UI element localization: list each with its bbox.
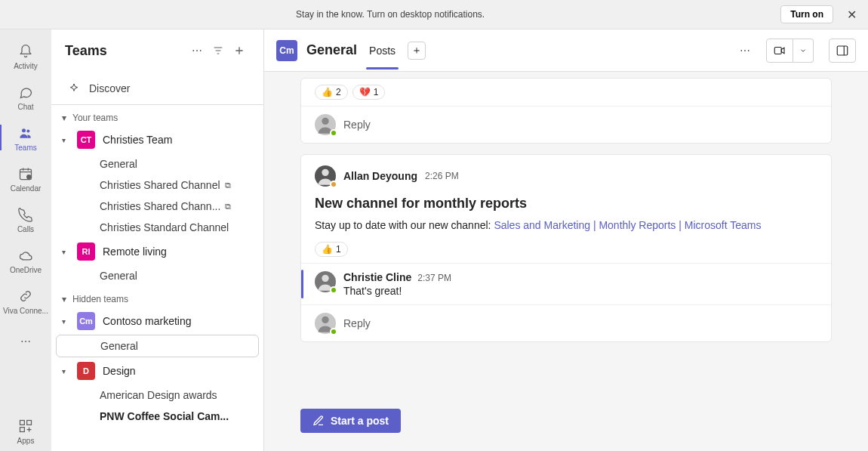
main-header: Cm General Posts ＋ ⋯ xyxy=(264,29,868,72)
rail-more[interactable]: ⋯ xyxy=(0,321,51,362)
thumbs-up-icon: 👍 xyxy=(322,87,333,97)
rail-label: Apps xyxy=(17,437,35,445)
channel-row[interactable]: General xyxy=(56,265,259,286)
reaction-row: 👍1 xyxy=(301,242,831,263)
team-avatar: CT xyxy=(77,131,95,149)
teams-sidebar: Teams ⋯ Discover ▾ Your teams ▾ CT Chris… xyxy=(51,29,264,451)
channel-row[interactable]: PNW Coffee Social Cam... xyxy=(56,406,259,427)
shared-icon: ⧉ xyxy=(225,202,231,212)
rail-label: Chat xyxy=(17,103,33,111)
channel-title: General xyxy=(306,42,357,58)
message-feed[interactable]: 👍2 💔1 Reply Allan Deyoung 2:26 PM New ch… xyxy=(264,72,868,409)
hidden-teams-label[interactable]: ▾ Hidden teams xyxy=(51,286,263,307)
post-author[interactable]: Allan Deyoung xyxy=(343,170,417,182)
reply-author[interactable]: Christie Cline xyxy=(343,271,411,283)
svg-point-3 xyxy=(27,175,31,178)
app-rail: Activity Chat Teams Calendar Calls OneDr… xyxy=(0,29,51,451)
add-tab-button[interactable]: ＋ xyxy=(408,42,426,60)
channel-link[interactable]: Sales and Marketing | Monthly Reports | … xyxy=(494,219,761,231)
more-icon[interactable]: ⋯ xyxy=(186,40,208,61)
close-icon[interactable]: ✕ xyxy=(839,2,863,26)
caret-down-icon: ▾ xyxy=(62,113,66,123)
channel-row[interactable]: Christies Shared Channel⧉ xyxy=(56,175,259,196)
channel-row[interactable]: American Design awards xyxy=(56,385,259,406)
svg-point-1 xyxy=(26,129,29,132)
rail-chat[interactable]: Chat xyxy=(0,76,51,117)
channel-row[interactable]: General xyxy=(56,153,259,175)
rail-calls[interactable]: Calls xyxy=(0,199,51,239)
sidebar-discover[interactable]: Discover xyxy=(51,72,263,105)
start-post-button[interactable]: Start a post xyxy=(300,409,401,433)
svg-rect-6 xyxy=(20,427,25,431)
reaction-chip[interactable]: 💔1 xyxy=(352,85,386,100)
meet-button[interactable] xyxy=(766,39,793,63)
people-icon xyxy=(17,124,35,142)
svg-point-0 xyxy=(22,128,26,132)
rail-calendar[interactable]: Calendar xyxy=(0,158,51,199)
channel-row[interactable]: Christies Shared Chann...⧉ xyxy=(56,196,259,217)
caret-down-icon: ▾ xyxy=(62,367,69,375)
reply-row[interactable]: Reply xyxy=(301,304,831,341)
svg-point-9 xyxy=(322,118,328,125)
reply-label: Reply xyxy=(343,119,371,131)
svg-rect-5 xyxy=(27,420,32,425)
rail-onedrive[interactable]: OneDrive xyxy=(0,239,51,280)
rail-label: Calls xyxy=(17,225,34,233)
apps-icon xyxy=(17,417,35,435)
filter-icon[interactable] xyxy=(208,40,229,61)
avatar xyxy=(315,114,336,135)
notification-text: Stay in the know. Turn on desktop notifi… xyxy=(296,9,485,20)
reaction-chip[interactable]: 👍1 xyxy=(315,242,348,257)
team-name: Contoso marketing xyxy=(103,315,192,327)
rail-viva[interactable]: Viva Conne... xyxy=(0,280,51,321)
team-name: Design xyxy=(103,365,136,377)
reaction-row: 👍2 💔1 xyxy=(301,79,831,106)
post-head: Allan Deyoung 2:26 PM xyxy=(315,165,817,187)
thread-reply: Christie Cline2:37 PM That's great! xyxy=(301,263,831,304)
channel-row-selected[interactable]: General xyxy=(56,335,259,357)
reply-row[interactable]: Reply xyxy=(301,106,831,143)
post-body: Stay up to date with our new channel: Sa… xyxy=(315,219,817,231)
message-card: 👍2 💔1 Reply xyxy=(300,78,832,144)
notification-bar: Stay in the know. Turn on desktop notifi… xyxy=(0,0,868,29)
caret-down-icon: ▾ xyxy=(62,317,69,326)
team-row-christies[interactable]: ▾ CT Christies Team xyxy=(51,126,263,153)
channel-row[interactable]: Christies Standard Channel xyxy=(56,217,259,238)
chat-icon xyxy=(17,83,35,101)
reply-label: Reply xyxy=(343,317,371,329)
caret-down-icon: ▾ xyxy=(62,294,66,304)
your-teams-label[interactable]: ▾ Your teams xyxy=(51,105,263,126)
meet-dropdown[interactable] xyxy=(793,39,814,63)
more-icon[interactable]: ⋯ xyxy=(733,45,757,57)
caret-down-icon: ▾ xyxy=(62,248,69,256)
team-avatar: D xyxy=(77,362,95,380)
svg-rect-4 xyxy=(20,420,25,425)
calendar-icon xyxy=(17,165,35,183)
thumbs-up-icon: 👍 xyxy=(322,244,333,255)
reaction-chip[interactable]: 👍2 xyxy=(315,85,348,100)
team-name: Remote living xyxy=(103,246,167,258)
main-content: Cm General Posts ＋ ⋯ 👍2 💔1 Reply xyxy=(264,29,868,451)
avatar xyxy=(315,165,336,187)
rail-activity[interactable]: Activity xyxy=(0,36,51,76)
open-panel-button[interactable] xyxy=(829,39,856,63)
more-icon: ⋯ xyxy=(17,332,35,351)
team-row-design[interactable]: ▾ D Design xyxy=(51,357,263,385)
caret-down-icon: ▾ xyxy=(62,136,69,144)
svg-point-10 xyxy=(322,169,328,176)
reply-time: 2:37 PM xyxy=(417,273,451,283)
add-team-icon[interactable] xyxy=(229,40,250,61)
compose-icon xyxy=(312,415,325,427)
bell-icon xyxy=(17,42,35,60)
tab-posts[interactable]: Posts xyxy=(366,32,399,69)
team-row-contoso[interactable]: ▾ Cm Contoso marketing xyxy=(51,307,263,335)
discover-label: Discover xyxy=(89,82,130,94)
message-card: Allan Deyoung 2:26 PM New channel for mo… xyxy=(300,154,832,342)
link-icon xyxy=(17,287,35,305)
turn-on-button[interactable]: Turn on xyxy=(780,5,833,23)
sidebar-header: Teams ⋯ xyxy=(51,29,263,72)
rail-teams[interactable]: Teams xyxy=(0,117,51,158)
team-row-remote[interactable]: ▾ RI Remote living xyxy=(51,238,263,265)
rail-apps[interactable]: Apps xyxy=(0,410,51,451)
channel-avatar: Cm xyxy=(276,40,297,61)
